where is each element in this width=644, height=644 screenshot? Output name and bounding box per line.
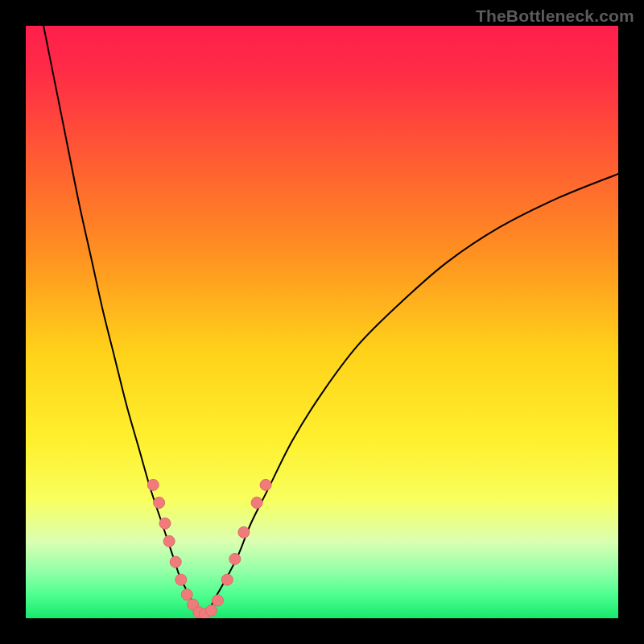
highlight-dot — [221, 574, 233, 585]
highlight-dot — [205, 605, 217, 616]
highlight-dot — [181, 589, 192, 601]
watermark-text: TheBottleneck.com — [476, 6, 634, 26]
highlight-dot — [251, 497, 262, 508]
outer-frame: TheBottleneck.com — [0, 0, 644, 644]
highlight-dot — [159, 518, 171, 529]
highlight-dot — [175, 574, 187, 585]
highlight-dot — [229, 553, 241, 564]
highlight-dot — [163, 535, 175, 547]
highlight-dot — [154, 497, 165, 508]
highlight-dot — [212, 595, 223, 606]
highlight-dot — [147, 479, 159, 490]
highlight-dot — [170, 556, 181, 568]
plot-area — [26, 26, 618, 618]
bottleneck-chart — [26, 26, 618, 618]
highlight-dot — [238, 526, 250, 538]
gradient-background — [26, 26, 618, 618]
highlight-dot — [260, 479, 271, 490]
